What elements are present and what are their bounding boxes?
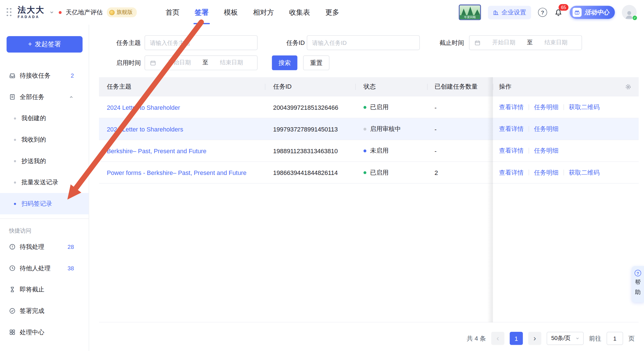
next-page-button[interactable]: › [528,332,542,345]
task-detail-link[interactable]: 任务明细 [534,125,558,133]
app-grid-menu-icon[interactable] [6,8,12,17]
count-cell: - [427,126,493,133]
nav-templates[interactable]: 模板 [224,8,238,17]
get-qrcode-link[interactable]: 获取二维码 [569,168,600,176]
table-row: Berkshire– Past, Present and Future 1988… [99,140,639,162]
page-size-value: 50条/页 [551,335,571,342]
column-settings-icon[interactable] [625,83,632,90]
count-badge: 2 [71,72,74,79]
quick-item-processing-center[interactable]: 处理中心 [0,322,89,343]
create-sign-label: 发起签署 [35,40,61,49]
view-details-link[interactable]: 查看详情 [499,168,523,176]
chevron-up-icon [69,94,74,100]
plan-badge-label: 旗舰版 [117,9,133,16]
bullet-icon [14,160,16,162]
quick-item-pending-others[interactable]: 待他人处理 38 [0,258,89,279]
page-size-select[interactable]: 50条/页 [547,332,584,345]
search-button[interactable]: 搜索 [272,55,297,70]
status-cell: 未启用 [355,147,427,155]
nav-counterparty[interactable]: 相对方 [253,8,274,17]
sidebar: + 发起签署 待接收任务 2 全部任务 [0,25,89,351]
bullet-icon [14,181,16,183]
actions-cell: 查看详情 任务明细 [493,147,639,155]
task-subject-label: 任务主题 [116,35,141,50]
create-sign-button[interactable]: + 发起签署 [6,36,82,52]
sidebar-item-all-tasks[interactable]: 全部任务 [0,86,89,108]
reset-button[interactable]: 重置 [303,55,329,70]
sidebar-item-created-by-me[interactable]: 我创建的 [0,108,89,129]
sidebar-item-cc-to-me[interactable]: 抄送我的 [0,150,89,172]
task-detail-link[interactable]: 任务明细 [534,168,558,176]
year-review-banner[interactable]: 年度回顾 [459,5,481,20]
sidebar-item-scan-sign-records[interactable]: 扫码签记录 [0,193,89,214]
sidebar-item-label: 全部任务 [20,93,69,101]
deadline-range-picker[interactable]: 开始日期 至 结束日期 [469,35,582,50]
org-name[interactable]: 天亿地产评估 [66,8,103,16]
nav-sign[interactable]: 签署 [195,8,209,17]
view-details-link[interactable]: 查看详情 [499,125,523,133]
prev-page-button[interactable]: ‹ [491,332,505,345]
table-header: 任务主题 任务ID 状态 已创建任务数量 操作 [99,77,639,96]
calendar-icon [150,60,156,66]
range-separator: 至 [203,59,208,67]
sidebar-item-bulk-send-records[interactable]: 批量发送记录 [0,172,89,193]
task-id-cell: 1988911238313463810 [265,147,355,154]
notifications-button[interactable]: 65 [554,8,563,17]
logo-title: 法大大 [18,6,45,14]
nav-collection-forms[interactable]: 收集表 [289,8,310,17]
nav-home[interactable]: 首页 [166,8,179,17]
help-widget[interactable]: ? 帮 助 [632,266,644,302]
status-dot [363,149,366,152]
current-page-button[interactable]: 1 [510,332,523,345]
column-divider [493,84,493,90]
fadada-logo[interactable]: 法大大 FADADA [18,6,45,19]
avatar[interactable]: ✓ [622,5,636,19]
enable-time-range-picker[interactable]: 开始日期 至 结束日期 [144,55,257,70]
inbox-tray-icon [9,72,16,79]
task-subject-link[interactable]: Power forms - Berkshire– Past, Present a… [107,169,246,176]
task-subject-link[interactable]: 2024 Letter to Shareholders [107,126,183,133]
goto-page-input[interactable] [607,332,623,345]
task-detail-link[interactable]: 任务明细 [534,103,558,111]
task-subject-link[interactable]: 2024 Letter to Shareholder [107,104,180,111]
quick-access-list: 待我处理 28 待他人处理 38 即将截止 签署完成 [0,236,89,343]
actions-cell: 查看详情 任务明细 获取二维码 [493,103,639,111]
task-subject-input[interactable] [144,35,257,50]
notification-count-badge: 65 [558,4,568,10]
org-switch-chevron-icon[interactable] [49,9,54,15]
table-row: Power forms - Berkshire– Past, Present a… [99,162,639,183]
quick-item-expiring-soon[interactable]: 即将截止 [0,279,89,300]
bullet-icon [14,203,16,205]
calendar-icon [474,40,481,46]
end-date-placeholder: 结束日期 [535,39,577,46]
bullet-icon [14,139,16,141]
start-date-placeholder: 开始日期 [159,59,200,67]
task-detail-link[interactable]: 任务明细 [534,147,558,155]
help-icon[interactable]: ? [538,8,547,17]
plus-icon: + [28,41,32,48]
status-dot [363,106,366,109]
pagination: 共 4 条 ‹ 1 › 50条/页 前往 页 [467,332,635,345]
count-badge: 38 [67,265,74,271]
sidebar-item-label: 抄送我的 [21,157,74,165]
action-separator [529,126,529,132]
nav-more[interactable]: 更多 [325,8,339,17]
status-text: 已启用 [370,168,388,176]
sidebar-item-pending-receive[interactable]: 待接收任务 2 [0,65,89,86]
activity-center-button[interactable]: 活动中心 [570,6,615,19]
sidebar-item-received-by-me[interactable]: 我收到的 [0,129,89,150]
view-details-link[interactable]: 查看详情 [499,103,523,111]
task-id-input[interactable] [307,35,420,50]
hourglass-icon [9,286,16,293]
view-details-link[interactable]: 查看详情 [499,147,523,155]
enterprise-settings-button[interactable]: 企业设置 [488,6,531,19]
quick-item-label: 即将截止 [20,286,74,293]
quick-item-sign-completed[interactable]: 签署完成 [0,300,89,322]
sidebar-item-label: 待接收任务 [20,72,71,80]
task-id-cell: 1986639441844826114 [265,169,355,176]
get-qrcode-link[interactable]: 获取二维码 [569,103,600,111]
quick-item-pending-me[interactable]: 待我处理 28 [0,236,89,258]
status-dot [363,171,366,174]
task-subject-link[interactable]: Berkshire– Past, Present and Future [107,147,206,154]
col-header-task-id: 任务ID [265,83,355,91]
